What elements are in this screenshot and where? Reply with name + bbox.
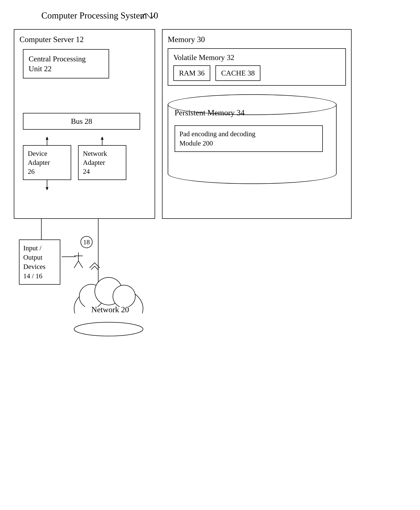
device-adapter-arrow-down	[42, 180, 52, 190]
network-adapter-label: Network Adapter 24	[83, 149, 121, 176]
cpu-box: Central Processing Unit 22	[23, 49, 109, 78]
cache-box: CACHE 38	[215, 65, 260, 81]
device-adapter-label: Device Adapter 26	[28, 149, 66, 176]
network-adapter-arrow-up	[97, 137, 107, 145]
device-adapter-arrow-up	[42, 137, 52, 145]
svg-line-12	[74, 261, 78, 268]
squiggle-annotation	[140, 9, 160, 23]
volatile-memory-label: Volatile Memory 32	[173, 53, 340, 62]
memory-label: Memory 30	[168, 35, 346, 44]
page-title: Computer Processing System 10	[28, 10, 158, 20]
bus-box: Bus 28	[23, 113, 140, 130]
volatile-memory-box: Volatile Memory 32 RAM 36 CACHE 38	[168, 48, 346, 86]
cache-label: CACHE 38	[221, 69, 255, 77]
bus-label: Bus 28	[29, 117, 135, 126]
persistent-memory-cylinder: Persistent Memory 34 Pad encoding and de…	[168, 94, 337, 191]
ram-label: RAM 36	[179, 69, 205, 77]
pad-encoding-box: Pad encoding and decoding Module 200	[175, 125, 323, 152]
svg-point-17	[113, 285, 135, 308]
io-label: Input / Output Devices 14 / 16	[23, 244, 56, 281]
persistent-memory-label: Persistent Memory 34	[175, 108, 245, 117]
network-adapter-box: Network Adapter 24	[78, 145, 126, 180]
ram-box: RAM 36	[173, 65, 210, 81]
person-signal-arrows	[87, 259, 102, 270]
svg-marker-1	[46, 137, 48, 140]
svg-line-13	[78, 261, 83, 268]
io-box: Input / Output Devices 14 / 16	[19, 239, 60, 285]
arrows-svg	[14, 219, 352, 408]
person-figure	[71, 249, 86, 270]
network-cloud-container: Network 20	[66, 274, 152, 344]
server-label: Computer Server 12	[19, 35, 150, 44]
cpu-label: Central Processing Unit 22	[29, 54, 103, 74]
device-adapter-box: Device Adapter 26	[23, 145, 71, 180]
memory-box: Memory 30 Volatile Memory 32 RAM 36 CACH…	[162, 29, 352, 219]
computer-server-box: Computer Server 12 Central Processing Un…	[14, 29, 155, 219]
pad-encoding-label: Pad encoding and decoding Module 200	[180, 129, 318, 148]
svg-point-19	[74, 322, 143, 336]
person-number: 18	[81, 236, 93, 248]
person-icon: 18	[71, 236, 102, 270]
svg-marker-3	[46, 187, 48, 190]
network-label: Network 20	[91, 305, 129, 314]
svg-marker-5	[101, 137, 104, 140]
